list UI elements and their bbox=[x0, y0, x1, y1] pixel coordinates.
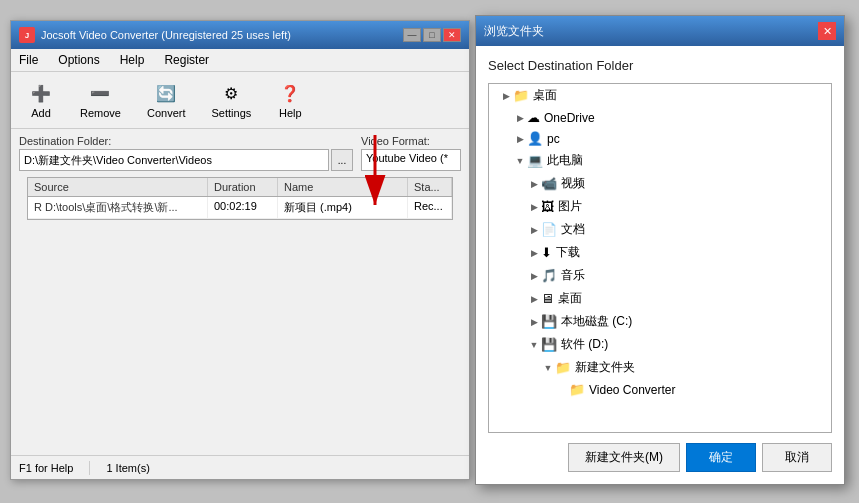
tree-item-newfolder[interactable]: ▼ 📁 新建文件夹 bbox=[489, 356, 831, 379]
close-button[interactable]: ✕ bbox=[443, 28, 461, 42]
format-group: Video Format: Youtube Video (* bbox=[361, 135, 461, 171]
d-drive-icon: 💾 bbox=[541, 337, 557, 352]
help-button[interactable]: ❓ Help bbox=[268, 76, 312, 124]
main-window: J Jocsoft Video Converter (Unregistered … bbox=[10, 20, 470, 480]
col-header-duration: Duration bbox=[208, 178, 278, 196]
tree-item-desktop2[interactable]: ▶ 🖥 桌面 bbox=[489, 287, 831, 310]
dialog-body: Select Destination Folder ▶ 📁 桌面 ▶ ☁ One… bbox=[476, 46, 844, 484]
music-icon: 🎵 bbox=[541, 268, 557, 283]
table-row[interactable]: R D:\tools\桌面\格式转换\新... 00:02:19 新项目 (.m… bbox=[28, 197, 452, 219]
menu-file[interactable]: File bbox=[15, 51, 42, 69]
user-icon: 👤 bbox=[527, 131, 543, 146]
tree-item-music[interactable]: ▶ 🎵 音乐 bbox=[489, 264, 831, 287]
help-label: Help bbox=[279, 107, 302, 119]
remove-label: Remove bbox=[80, 107, 121, 119]
pictures-icon: 🖼 bbox=[541, 199, 554, 214]
tree-label-downloads: 下载 bbox=[556, 244, 580, 261]
tree-label-thispc: 此电脑 bbox=[547, 152, 583, 169]
arrow-thispc: ▼ bbox=[513, 156, 527, 166]
dialog-subtitle: Select Destination Folder bbox=[488, 58, 832, 73]
tree-item-d-drive[interactable]: ▼ 💾 软件 (D:) bbox=[489, 333, 831, 356]
file-list-container: Source Duration Name Sta... R D:\tools\桌… bbox=[11, 177, 469, 220]
arrow-music: ▶ bbox=[527, 271, 541, 281]
minimize-button[interactable]: — bbox=[403, 28, 421, 42]
tree-item-downloads[interactable]: ▶ ⬇ 下载 bbox=[489, 241, 831, 264]
tree-label-desktop2: 桌面 bbox=[558, 290, 582, 307]
c-drive-icon: 💾 bbox=[541, 314, 557, 329]
arrow-pictures: ▶ bbox=[527, 202, 541, 212]
tree-label-onedrive: OneDrive bbox=[544, 111, 595, 125]
file-source: R D:\tools\桌面\格式转换\新... bbox=[28, 197, 208, 218]
tree-item-videos[interactable]: ▶ 📹 视频 bbox=[489, 172, 831, 195]
arrow-d-drive: ▼ bbox=[527, 340, 541, 350]
tree-label-videoconverter: Video Converter bbox=[589, 383, 676, 397]
tree-item-pc[interactable]: ▶ 👤 pc bbox=[489, 128, 831, 149]
menu-register[interactable]: Register bbox=[160, 51, 213, 69]
settings-label: Settings bbox=[212, 107, 252, 119]
file-status: Rec... bbox=[408, 197, 452, 218]
folder-tree[interactable]: ▶ 📁 桌面 ▶ ☁ OneDrive ▶ 👤 pc ▼ bbox=[488, 83, 832, 433]
dest-input-row: ... bbox=[19, 149, 353, 171]
tree-item-c-drive[interactable]: ▶ 💾 本地磁盘 (C:) bbox=[489, 310, 831, 333]
tree-label-c-drive: 本地磁盘 (C:) bbox=[561, 313, 632, 330]
file-name: 新项目 (.mp4) bbox=[278, 197, 408, 218]
maximize-button[interactable]: □ bbox=[423, 28, 441, 42]
col-header-source: Source bbox=[28, 178, 208, 196]
convert-label: Convert bbox=[147, 107, 186, 119]
tree-label-pc: pc bbox=[547, 132, 560, 146]
tree-item-thispc[interactable]: ▼ 💻 此电脑 bbox=[489, 149, 831, 172]
arrow-newfolder: ▼ bbox=[541, 363, 555, 373]
settings-icon: ⚙ bbox=[219, 81, 243, 105]
tree-item-docs[interactable]: ▶ 📄 文档 bbox=[489, 218, 831, 241]
file-duration: 00:02:19 bbox=[208, 197, 278, 218]
folder-desktop-icon: 📁 bbox=[513, 88, 529, 103]
convert-button[interactable]: 🔄 Convert bbox=[138, 76, 195, 124]
status-help: F1 for Help bbox=[19, 462, 73, 474]
col-header-status: Sta... bbox=[408, 178, 452, 196]
tree-label-music: 音乐 bbox=[561, 267, 585, 284]
menu-bar: File Options Help Register bbox=[11, 49, 469, 72]
desktop2-icon: 🖥 bbox=[541, 291, 554, 306]
videos-icon: 📹 bbox=[541, 176, 557, 191]
dialog-close-button[interactable]: ✕ bbox=[818, 22, 836, 40]
dialog-window: 浏览文件夹 ✕ Select Destination Folder ▶ 📁 桌面… bbox=[475, 15, 845, 485]
dialog-title-bar: 浏览文件夹 ✕ bbox=[476, 16, 844, 46]
status-separator bbox=[89, 461, 90, 475]
tree-item-pictures[interactable]: ▶ 🖼 图片 bbox=[489, 195, 831, 218]
settings-button[interactable]: ⚙ Settings bbox=[203, 76, 261, 124]
browse-button[interactable]: ... bbox=[331, 149, 353, 171]
tree-label-newfolder: 新建文件夹 bbox=[575, 359, 635, 376]
dialog-buttons: 新建文件夹(M) 确定 取消 bbox=[488, 443, 832, 472]
arrow-c-drive: ▶ bbox=[527, 317, 541, 327]
menu-help[interactable]: Help bbox=[116, 51, 149, 69]
title-bar: J Jocsoft Video Converter (Unregistered … bbox=[11, 21, 469, 49]
cloud-icon: ☁ bbox=[527, 110, 540, 125]
title-bar-controls: — □ ✕ bbox=[403, 28, 461, 42]
destination-input[interactable] bbox=[19, 149, 329, 171]
col-header-name: Name bbox=[278, 178, 408, 196]
arrow-onedrive: ▶ bbox=[513, 113, 527, 123]
tree-label-d-drive: 软件 (D:) bbox=[561, 336, 608, 353]
arrow-desktop2: ▶ bbox=[527, 294, 541, 304]
computer-icon: 💻 bbox=[527, 153, 543, 168]
arrow-docs: ▶ bbox=[527, 225, 541, 235]
tree-item-videoconverter[interactable]: 📁 Video Converter bbox=[489, 379, 831, 400]
tree-item-onedrive[interactable]: ▶ ☁ OneDrive bbox=[489, 107, 831, 128]
arrow-desktop: ▶ bbox=[499, 91, 513, 101]
add-button[interactable]: ➕ Add bbox=[19, 76, 63, 124]
new-folder-button[interactable]: 新建文件夹(M) bbox=[568, 443, 680, 472]
videoconverter-icon: 📁 bbox=[569, 382, 585, 397]
tree-item-desktop[interactable]: ▶ 📁 桌面 bbox=[489, 84, 831, 107]
remove-button[interactable]: ➖ Remove bbox=[71, 76, 130, 124]
cancel-button[interactable]: 取消 bbox=[762, 443, 832, 472]
ok-button[interactable]: 确定 bbox=[686, 443, 756, 472]
tree-label-docs: 文档 bbox=[561, 221, 585, 238]
format-value: Youtube Video (* bbox=[361, 149, 461, 171]
arrow-downloads: ▶ bbox=[527, 248, 541, 258]
add-icon: ➕ bbox=[29, 81, 53, 105]
file-list-header: Source Duration Name Sta... bbox=[28, 178, 452, 197]
title-bar-left: J Jocsoft Video Converter (Unregistered … bbox=[19, 27, 291, 43]
status-items: 1 Item(s) bbox=[106, 462, 149, 474]
menu-options[interactable]: Options bbox=[54, 51, 103, 69]
status-bar: F1 for Help 1 Item(s) bbox=[11, 455, 469, 479]
